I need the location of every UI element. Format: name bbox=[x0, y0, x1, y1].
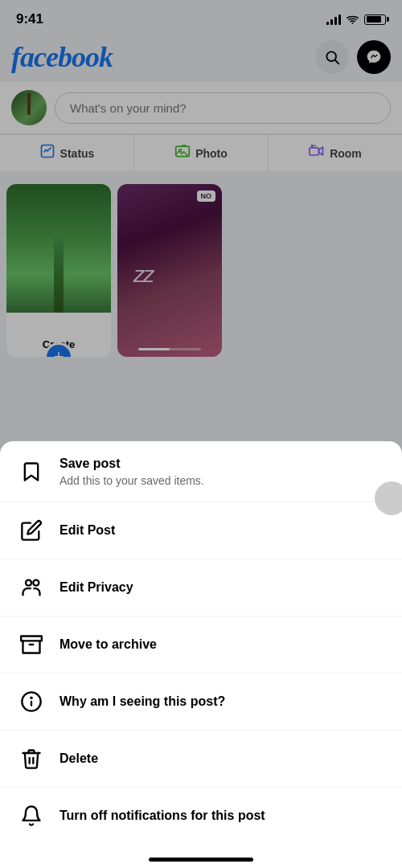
archive-text: Move to archive bbox=[59, 637, 384, 653]
save-post-text: Save post Add this to your saved items. bbox=[59, 456, 384, 487]
notifications-item[interactable]: Turn off notifications for this post bbox=[0, 788, 402, 844]
why-seeing-item[interactable]: Why am I seeing this post? bbox=[0, 674, 402, 731]
bookmark-icon bbox=[18, 458, 45, 485]
notifications-text: Turn off notifications for this post bbox=[59, 808, 384, 825]
edit-privacy-item[interactable]: Edit Privacy bbox=[0, 559, 402, 616]
home-indicator bbox=[149, 858, 253, 862]
save-post-item[interactable]: Save post Add this to your saved items. bbox=[0, 441, 402, 502]
edit-post-title: Edit Post bbox=[59, 522, 384, 539]
delete-title: Delete bbox=[59, 751, 384, 768]
bottom-sheet: Save post Add this to your saved items. … bbox=[0, 441, 402, 868]
info-icon bbox=[18, 688, 45, 715]
privacy-icon bbox=[18, 574, 45, 601]
edit-post-item[interactable]: Edit Post bbox=[0, 502, 402, 559]
save-post-title: Save post bbox=[59, 456, 384, 473]
edit-post-text: Edit Post bbox=[59, 522, 384, 539]
archive-icon bbox=[18, 631, 45, 658]
archive-item[interactable]: Move to archive bbox=[0, 616, 402, 674]
why-seeing-title: Why am I seeing this post? bbox=[59, 694, 384, 710]
trash-icon bbox=[18, 745, 45, 772]
edit-privacy-text: Edit Privacy bbox=[59, 579, 384, 596]
notifications-title: Turn off notifications for this post bbox=[59, 808, 384, 825]
delete-item[interactable]: Delete bbox=[0, 731, 402, 788]
bell-icon bbox=[18, 802, 45, 829]
pencil-icon bbox=[18, 517, 45, 544]
svg-point-9 bbox=[33, 580, 39, 586]
delete-text: Delete bbox=[59, 751, 384, 768]
svg-point-8 bbox=[26, 580, 31, 586]
edit-privacy-title: Edit Privacy bbox=[59, 579, 384, 596]
save-post-subtitle: Add this to your saved items. bbox=[59, 474, 384, 487]
why-seeing-text: Why am I seeing this post? bbox=[59, 694, 384, 710]
archive-title: Move to archive bbox=[59, 637, 384, 653]
svg-rect-10 bbox=[21, 637, 42, 641]
